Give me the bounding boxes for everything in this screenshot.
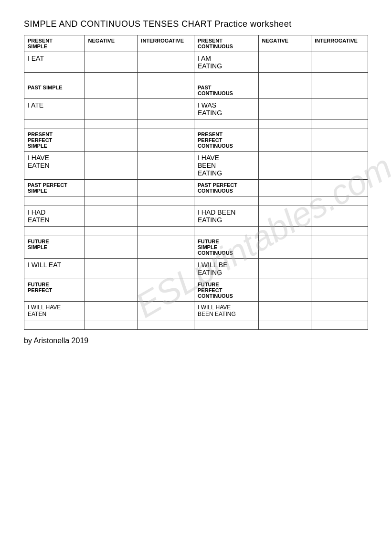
blank-cell: [258, 206, 311, 227]
example-cell: I HAVEEATEN: [24, 152, 85, 180]
table-row: FUTURESIMPLE FUTURESIMPLECONTINUOUS: [24, 236, 368, 259]
col-header-3: INTERROGATIVE: [138, 35, 194, 52]
blank-cell: [85, 52, 138, 73]
blank-cell: [85, 129, 138, 152]
blank-cell: [138, 302, 194, 320]
blank-cell: [138, 180, 194, 196]
example-cell: I HAD BEENEATING: [194, 206, 259, 227]
blank-cell: [311, 236, 368, 259]
example-cell: I AMEATING: [194, 52, 259, 73]
tense-label: FUTUREPERFECT: [24, 279, 85, 302]
blank-cell: [85, 259, 138, 279]
blank-cell: [258, 236, 311, 259]
tense-label: PRESENTPERFECTCONTINUOUS: [194, 129, 259, 152]
example-cell: I HAVEBEENEATING: [194, 152, 259, 180]
blank-cell: [85, 206, 138, 227]
blank-cell: [311, 52, 368, 73]
blank-cell: [311, 129, 368, 152]
example-cell: I WILL BEEATING: [194, 259, 259, 279]
blank-cell: [258, 52, 311, 73]
spacer-row: [24, 320, 368, 330]
blank-cell: [258, 180, 311, 196]
blank-cell: [258, 302, 311, 320]
blank-cell: [258, 279, 311, 302]
example-cell: I ATE: [24, 99, 85, 120]
col-header-2: NEGATIVE: [85, 35, 138, 52]
example-cell: I EAT: [24, 52, 85, 73]
table-row: I ATE I WASEATING: [24, 99, 368, 120]
blank-cell: [85, 82, 138, 99]
example-cell: I WASEATING: [194, 99, 259, 120]
tense-label: PAST SIMPLE: [24, 82, 85, 99]
spacer-row: [24, 196, 368, 206]
table-row: I WILL HAVEEATEN I WILL HAVEBEEN EATING: [24, 302, 368, 320]
blank-cell: [85, 152, 138, 180]
page-title: SIMPLE AND CONTINUOUS TENSES CHART Pract…: [24, 19, 368, 29]
blank-cell: [138, 206, 194, 227]
blank-cell: [138, 82, 194, 99]
blank-cell: [85, 302, 138, 320]
blank-cell: [258, 82, 311, 99]
example-cell: I WILL HAVEEATEN: [24, 302, 85, 320]
table-row: I EAT I AMEATING: [24, 52, 368, 73]
blank-cell: [85, 279, 138, 302]
table-header-row: PRESENTSIMPLE NEGATIVE INTERROGATIVE PRE…: [24, 35, 368, 52]
blank-cell: [85, 180, 138, 196]
blank-cell: [311, 259, 368, 279]
blank-cell: [311, 99, 368, 120]
blank-cell: [258, 259, 311, 279]
tense-label: FUTURESIMPLE: [24, 236, 85, 259]
tense-label: FUTUREPERFECTCONTINUOUS: [194, 279, 259, 302]
example-cell: I WILL HAVEBEEN EATING: [194, 302, 259, 320]
blank-cell: [138, 129, 194, 152]
blank-cell: [138, 99, 194, 120]
blank-cell: [311, 82, 368, 99]
blank-cell: [138, 52, 194, 73]
tense-label: PAST PERFECTSIMPLE: [24, 180, 85, 196]
tense-label: FUTURESIMPLECONTINUOUS: [194, 236, 259, 259]
blank-cell: [138, 259, 194, 279]
blank-cell: [311, 302, 368, 320]
table-row: PAST SIMPLE PASTCONTINUOUS: [24, 82, 368, 99]
blank-cell: [311, 206, 368, 227]
tense-label: PAST PERFECTCONTINUOUS: [194, 180, 259, 196]
tense-label: PRESENTPERFECTSIMPLE: [24, 129, 85, 152]
col-header-6: INTERROGATIVE: [311, 35, 368, 52]
example-cell: I HADEATEN: [24, 206, 85, 227]
spacer-row: [24, 120, 368, 129]
blank-cell: [85, 236, 138, 259]
table-row: I HADEATEN I HAD BEENEATING: [24, 206, 368, 227]
table-row: FUTUREPERFECT FUTUREPERFECTCONTINUOUS: [24, 279, 368, 302]
tenses-table: PRESENTSIMPLE NEGATIVE INTERROGATIVE PRE…: [24, 35, 368, 330]
spacer-row: [24, 227, 368, 236]
table-row: PAST PERFECTSIMPLE PAST PERFECTCONTINUOU…: [24, 180, 368, 196]
col-header-1: PRESENTSIMPLE: [24, 35, 85, 52]
col-header-5: NEGATIVE: [258, 35, 311, 52]
tense-label: PASTCONTINUOUS: [194, 82, 259, 99]
footer-credit: by Aristonella 2019: [24, 337, 368, 345]
example-cell: I WILL EAT: [24, 259, 85, 279]
blank-cell: [311, 180, 368, 196]
blank-cell: [138, 279, 194, 302]
col-header-4: PRESENTCONTINUOUS: [194, 35, 259, 52]
blank-cell: [258, 129, 311, 152]
blank-cell: [258, 152, 311, 180]
spacer-row: [24, 73, 368, 82]
blank-cell: [85, 99, 138, 120]
blank-cell: [311, 279, 368, 302]
table-row: I WILL EAT I WILL BEEATING: [24, 259, 368, 279]
table-row: I HAVEEATEN I HAVEBEENEATING: [24, 152, 368, 180]
blank-cell: [138, 152, 194, 180]
blank-cell: [311, 152, 368, 180]
blank-cell: [138, 236, 194, 259]
blank-cell: [258, 99, 311, 120]
table-row: PRESENTPERFECTSIMPLE PRESENTPERFECTCONTI…: [24, 129, 368, 152]
